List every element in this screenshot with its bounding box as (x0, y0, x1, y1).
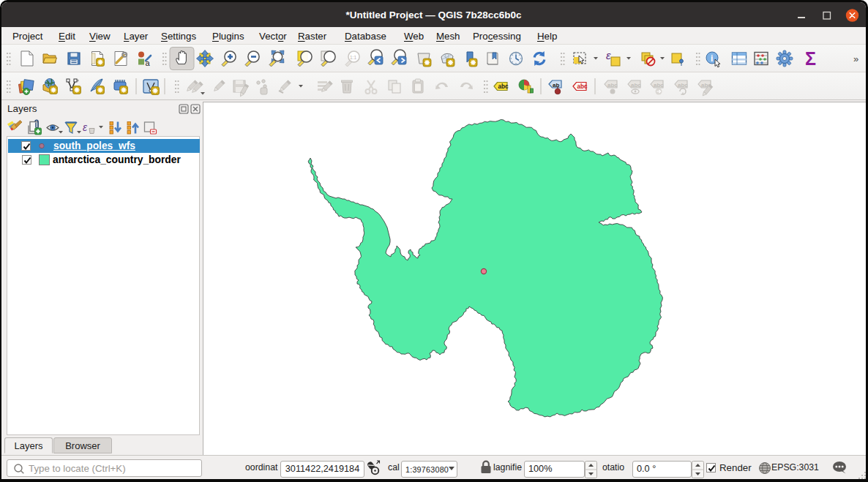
svg-text:»: » (853, 53, 858, 64)
svg-text:a: a (146, 59, 151, 67)
svg-text:Σ: Σ (805, 48, 816, 69)
svg-text:abc: abc (654, 82, 664, 89)
svg-text:ε: ε (606, 49, 611, 61)
svg-text:abc: abc (498, 83, 509, 90)
svg-text:1:1: 1:1 (350, 55, 356, 60)
svg-text:ε: ε (83, 121, 88, 133)
svg-text:ab: ab (553, 82, 559, 89)
svg-text:abc: abc (678, 82, 688, 89)
svg-text:i: i (711, 53, 713, 64)
svg-text:abc: abc (607, 82, 618, 89)
svg-text:abc: abc (631, 82, 641, 89)
svg-text:abc: abc (577, 83, 588, 90)
